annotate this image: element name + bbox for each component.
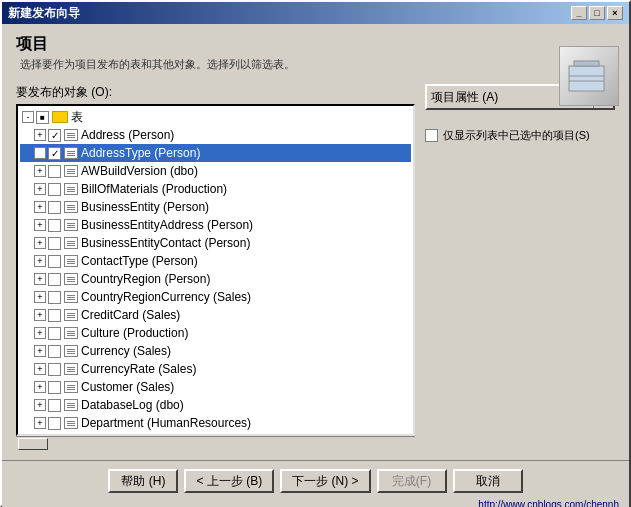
tree-item[interactable]: + CountryRegionCurrency (Sales) [20, 288, 411, 306]
item-expand-btn[interactable]: + [34, 381, 46, 393]
table-icon [64, 165, 78, 177]
item-expand-btn[interactable]: + [34, 219, 46, 231]
item-expand-btn[interactable]: + [34, 165, 46, 177]
tree-item[interactable]: + Address (Person) [20, 126, 411, 144]
item-checkbox[interactable] [48, 309, 61, 322]
table-icon [64, 291, 78, 303]
tree-item-currency[interactable]: + Currency (Sales) [20, 342, 411, 360]
item-checkbox[interactable] [48, 291, 61, 304]
table-icon [64, 183, 78, 195]
item-checkbox[interactable] [48, 381, 61, 394]
item-checkbox[interactable] [48, 165, 61, 178]
right-panel: 项目属性 (A) ▼ 仅显示列表中已选中的项目(S) [425, 84, 615, 450]
tree-item[interactable]: + CountryRegion (Person) [20, 270, 411, 288]
item-expand-btn[interactable]: + [34, 327, 46, 339]
item-text: BusinessEntity (Person) [81, 200, 209, 214]
filter-checkbox-row: 仅显示列表中已选中的项目(S) [425, 128, 615, 143]
title-bar-controls: _ □ × [571, 6, 623, 20]
item-expand-btn[interactable]: + [34, 309, 46, 321]
item-expand-btn[interactable]: + [34, 417, 46, 429]
item-text: DatabaseLog (dbo) [81, 398, 184, 412]
tree-item[interactable]: + Department (HumanResources) [20, 414, 411, 432]
tree-container[interactable]: - 表 + Address (Person) [16, 104, 415, 436]
item-expand-btn[interactable]: + [34, 147, 46, 159]
filter-checkbox[interactable] [425, 129, 438, 142]
item-expand-btn[interactable]: + [34, 273, 46, 285]
item-checkbox[interactable] [48, 237, 61, 250]
next-button[interactable]: 下一步 (N) > [280, 469, 370, 493]
left-panel: 要发布的对象 (O): - 表 + [16, 84, 415, 450]
help-button[interactable]: 帮助 (H) [108, 469, 178, 493]
item-expand-btn[interactable]: + [34, 291, 46, 303]
svg-rect-0 [569, 66, 604, 91]
item-text: AddressType (Person) [81, 146, 200, 160]
item-checkbox[interactable] [48, 363, 61, 376]
title-bar: 新建发布向导 _ □ × [2, 2, 629, 24]
item-text: Customer (Sales) [81, 380, 174, 394]
item-checkbox[interactable] [48, 201, 61, 214]
tree-item[interactable]: + Culture (Production) [20, 324, 411, 342]
root-item-text: 表 [71, 109, 83, 126]
tree-item[interactable]: + AWBuildVersion (dbo) [20, 162, 411, 180]
table-icon [64, 255, 78, 267]
item-expand-btn[interactable]: + [34, 363, 46, 375]
tree-item[interactable]: + CurrencyRate (Sales) [20, 360, 411, 378]
item-checkbox[interactable] [48, 147, 61, 160]
back-button[interactable]: < 上一步 (B) [184, 469, 274, 493]
table-icon [64, 129, 78, 141]
tree-item[interactable]: + Customer (Sales) [20, 378, 411, 396]
content-area: 项目 选择要作为项目发布的表和其他对象。选择列以筛选表。 要发布的对象 (O):… [2, 24, 629, 460]
root-checkbox[interactable] [36, 111, 49, 124]
table-icon [64, 237, 78, 249]
close-button[interactable]: × [607, 6, 623, 20]
item-text: CurrencyRate (Sales) [81, 362, 196, 376]
tree-item[interactable]: + BusinessEntityContact (Person) [20, 234, 411, 252]
tree-item[interactable]: + BusinessEntityAddress (Person) [20, 216, 411, 234]
horizontal-scrollbar[interactable] [16, 436, 415, 450]
tree-item-selected[interactable]: + AddressType (Person) [20, 144, 411, 162]
item-checkbox[interactable] [48, 399, 61, 412]
deco-svg [564, 51, 614, 101]
item-expand-btn[interactable]: + [34, 201, 46, 213]
main-panel: 要发布的对象 (O): - 表 + [16, 84, 615, 450]
tree-item[interactable]: + BillOfMaterials (Production) [20, 180, 411, 198]
table-icon [64, 219, 78, 231]
root-expand-btn[interactable]: - [22, 111, 34, 123]
item-checkbox[interactable] [48, 255, 61, 268]
item-expand-btn[interactable]: + [34, 255, 46, 267]
finish-button[interactable]: 完成(F) [377, 469, 447, 493]
table-icon [64, 381, 78, 393]
deco-image [559, 46, 619, 106]
tree-item[interactable]: + ContactType (Person) [20, 252, 411, 270]
minimize-button[interactable]: _ [571, 6, 587, 20]
item-expand-btn[interactable]: + [34, 345, 46, 357]
tree-item[interactable]: + CreditCard (Sales) [20, 306, 411, 324]
table-icon [64, 147, 78, 159]
item-checkbox[interactable] [48, 273, 61, 286]
item-expand-btn[interactable]: + [34, 237, 46, 249]
dropdown-label: 项目属性 (A) [431, 89, 498, 106]
item-checkbox[interactable] [48, 183, 61, 196]
item-text: BillOfMaterials (Production) [81, 182, 227, 196]
table-icon [64, 327, 78, 339]
tree-item[interactable]: + BusinessEntity (Person) [20, 198, 411, 216]
item-checkbox[interactable] [48, 219, 61, 232]
hscroll-thumb[interactable] [18, 438, 48, 450]
item-checkbox[interactable] [48, 345, 61, 358]
root-folder-icon [52, 111, 68, 123]
item-checkbox[interactable] [48, 327, 61, 340]
item-expand-btn[interactable]: + [34, 129, 46, 141]
main-window: 新建发布向导 _ □ × 项目 选择要作为项目发布的表和其他对象。选择列以筛选表… [0, 0, 631, 507]
item-checkbox[interactable] [48, 417, 61, 430]
page-subtitle: 选择要作为项目发布的表和其他对象。选择列以筛选表。 [20, 57, 615, 72]
page-title: 项目 [16, 34, 615, 55]
table-icon [64, 345, 78, 357]
tree-item[interactable]: + DatabaseLog (dbo) [20, 396, 411, 414]
item-text: Culture (Production) [81, 326, 188, 340]
cancel-button[interactable]: 取消 [453, 469, 523, 493]
item-expand-btn[interactable]: + [34, 183, 46, 195]
item-checkbox[interactable] [48, 129, 61, 142]
item-expand-btn[interactable]: + [34, 399, 46, 411]
maximize-button[interactable]: □ [589, 6, 605, 20]
title-bar-left: 新建发布向导 [8, 5, 80, 22]
